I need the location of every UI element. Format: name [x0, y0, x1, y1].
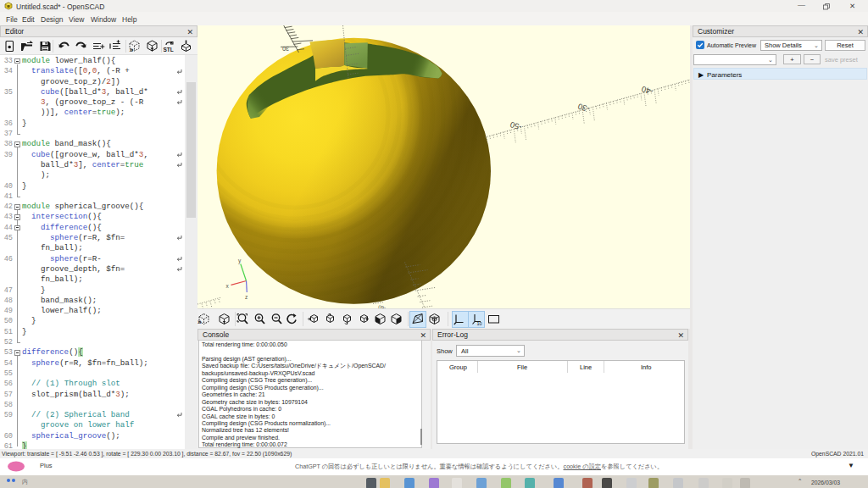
svg-text:-50: -50	[509, 120, 522, 132]
svg-text:30: 30	[282, 46, 289, 52]
svg-text:STL: STL	[164, 47, 174, 53]
svg-text:-40: -40	[640, 85, 654, 97]
svg-text:»: »	[130, 46, 134, 53]
svg-text:x: x	[226, 283, 230, 289]
svg-text:-30: -30	[576, 102, 590, 114]
svg-text:10: 10	[476, 321, 481, 325]
svg-text:»: »	[198, 318, 202, 325]
svg-text:y: y	[238, 258, 242, 264]
svg-text:z: z	[245, 294, 248, 300]
